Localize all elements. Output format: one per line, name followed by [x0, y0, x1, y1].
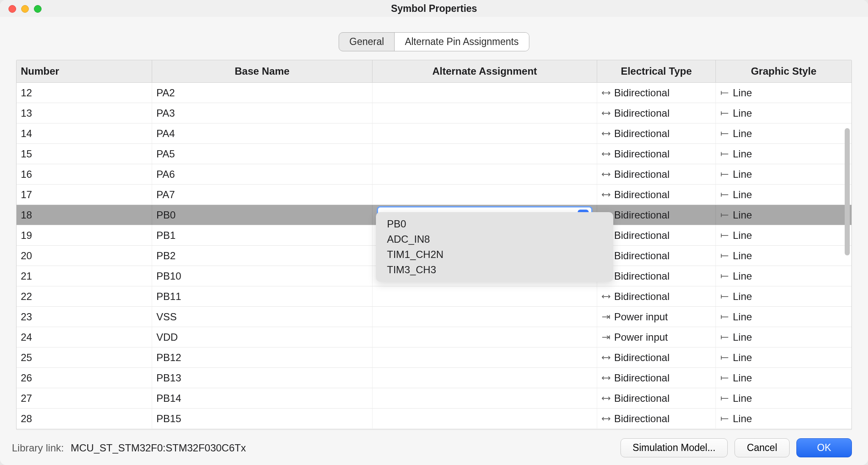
cell-electrical-type[interactable]: Bidirectional — [597, 144, 716, 164]
cell-graphic-style[interactable]: Line — [716, 123, 851, 143]
table-row[interactable]: 22 PB11 Bidirectional Line — [17, 286, 851, 307]
cell-electrical-type[interactable]: Bidirectional — [597, 368, 716, 388]
cell-alt-assignment[interactable] — [373, 144, 597, 164]
cancel-button[interactable]: Cancel — [734, 438, 790, 457]
cell-alt-assignment[interactable] — [373, 185, 597, 204]
cell-alt-assignment[interactable] — [373, 388, 597, 408]
table-row[interactable]: 14 PA4 Bidirectional Line — [17, 123, 851, 144]
cell-electrical-type[interactable]: Bidirectional — [597, 347, 716, 367]
cell-electrical-type[interactable]: Bidirectional — [597, 164, 716, 184]
cell-alt-assignment[interactable] — [373, 123, 597, 143]
cell-electrical-type[interactable]: Bidirectional — [597, 205, 716, 225]
cell-base-name[interactable]: PA3 — [152, 103, 373, 123]
tab-alternate-pin-assignments[interactable]: Alternate Pin Assignments — [394, 33, 529, 51]
col-header-alt-assignment[interactable]: Alternate Assignment — [373, 60, 597, 82]
cell-graphic-style[interactable]: Line — [716, 83, 851, 103]
cell-base-name[interactable]: PB2 — [152, 246, 373, 266]
cell-graphic-style[interactable]: Line — [716, 388, 851, 408]
dropdown-option[interactable]: ADC_IN8 — [376, 232, 613, 247]
simulation-model-button[interactable]: Simulation Model... — [620, 438, 728, 457]
cell-number[interactable]: 23 — [17, 307, 152, 327]
col-header-base-name[interactable]: Base Name — [152, 60, 373, 82]
cell-electrical-type[interactable]: Bidirectional — [597, 185, 716, 204]
cell-number[interactable]: 18 — [17, 205, 152, 225]
dropdown-option[interactable]: PB0 — [376, 216, 613, 232]
cell-number[interactable]: 20 — [17, 246, 152, 266]
cell-number[interactable]: 14 — [17, 123, 152, 143]
cell-base-name[interactable]: VSS — [152, 307, 373, 327]
cell-electrical-type[interactable]: Bidirectional — [597, 83, 716, 103]
vertical-scrollbar[interactable] — [845, 128, 850, 255]
table-row[interactable]: 16 PA6 Bidirectional Line — [17, 164, 851, 185]
cell-graphic-style[interactable]: Line — [716, 368, 851, 388]
cell-number[interactable]: 12 — [17, 83, 152, 103]
cell-electrical-type[interactable]: Bidirectional — [597, 246, 716, 266]
cell-base-name[interactable]: PB10 — [152, 266, 373, 286]
table-row[interactable]: 13 PA3 Bidirectional Line — [17, 103, 851, 123]
cell-number[interactable]: 26 — [17, 368, 152, 388]
cell-base-name[interactable]: PB12 — [152, 347, 373, 367]
cell-alt-assignment[interactable] — [373, 347, 597, 367]
cell-electrical-type[interactable]: Bidirectional — [597, 103, 716, 123]
cell-base-name[interactable]: PA5 — [152, 144, 373, 164]
cell-electrical-type[interactable]: Bidirectional — [597, 388, 716, 408]
cell-base-name[interactable]: PB13 — [152, 368, 373, 388]
cell-electrical-type[interactable]: Bidirectional — [597, 286, 716, 306]
cell-number[interactable]: 15 — [17, 144, 152, 164]
cell-electrical-type[interactable]: Bidirectional — [597, 225, 716, 245]
cell-number[interactable]: 16 — [17, 164, 152, 184]
cell-base-name[interactable]: PA6 — [152, 164, 373, 184]
cell-graphic-style[interactable]: Line — [716, 246, 851, 266]
cell-alt-assignment[interactable] — [373, 286, 597, 306]
col-header-number[interactable]: Number — [17, 60, 152, 82]
cell-electrical-type[interactable]: Power input — [597, 307, 716, 327]
table-row[interactable]: 27 PB14 Bidirectional Line — [17, 388, 851, 409]
alt-assignment-dropdown[interactable]: PB0ADC_IN8TIM1_CH2NTIM3_CH3 — [376, 212, 613, 282]
cell-electrical-type[interactable]: Power input — [597, 327, 716, 347]
cell-electrical-type[interactable]: Bidirectional — [597, 266, 716, 286]
cell-alt-assignment[interactable] — [373, 409, 597, 429]
cell-number[interactable]: 27 — [17, 388, 152, 408]
cell-electrical-type[interactable]: Bidirectional — [597, 123, 716, 143]
cell-alt-assignment[interactable] — [373, 83, 597, 103]
close-window-button[interactable] — [8, 5, 16, 13]
pin-table[interactable]: Number Base Name Alternate Assignment El… — [17, 60, 851, 429]
cell-number[interactable]: 25 — [17, 347, 152, 367]
cell-base-name[interactable]: PA2 — [152, 83, 373, 103]
table-row[interactable]: 15 PA5 Bidirectional Line — [17, 144, 851, 164]
cell-base-name[interactable]: PB14 — [152, 388, 373, 408]
cell-base-name[interactable]: PA4 — [152, 123, 373, 143]
cell-number[interactable]: 24 — [17, 327, 152, 347]
table-row[interactable]: 28 PB15 Bidirectional Line — [17, 409, 851, 429]
cell-graphic-style[interactable]: Line — [716, 164, 851, 184]
table-row[interactable]: 12 PA2 Bidirectional Line — [17, 83, 851, 103]
cell-graphic-style[interactable]: Line — [716, 103, 851, 123]
cell-base-name[interactable]: PB15 — [152, 409, 373, 429]
cell-alt-assignment[interactable] — [373, 307, 597, 327]
cell-number[interactable]: 17 — [17, 185, 152, 204]
cell-graphic-style[interactable]: Line — [716, 205, 851, 225]
cell-graphic-style[interactable]: Line — [716, 225, 851, 245]
cell-base-name[interactable]: PB0 — [152, 205, 373, 225]
cell-number[interactable]: 19 — [17, 225, 152, 245]
cell-graphic-style[interactable]: Line — [716, 185, 851, 204]
table-row[interactable]: 23 VSS Power input Line — [17, 307, 851, 327]
dropdown-option[interactable]: TIM1_CH2N — [376, 247, 613, 262]
minimize-window-button[interactable] — [21, 5, 29, 13]
col-header-electrical-type[interactable]: Electrical Type — [597, 60, 716, 82]
table-row[interactable]: 17 PA7 Bidirectional Line — [17, 185, 851, 205]
cell-graphic-style[interactable]: Line — [716, 144, 851, 164]
ok-button[interactable]: OK — [796, 438, 852, 457]
table-row[interactable]: 26 PB13 Bidirectional Line — [17, 368, 851, 388]
table-row[interactable]: 25 PB12 Bidirectional Line — [17, 347, 851, 368]
cell-electrical-type[interactable]: Bidirectional — [597, 409, 716, 429]
cell-base-name[interactable]: PA7 — [152, 185, 373, 204]
cell-number[interactable]: 28 — [17, 409, 152, 429]
cell-number[interactable]: 13 — [17, 103, 152, 123]
table-row[interactable]: 24 VDD Power input Line — [17, 327, 851, 347]
tab-general[interactable]: General — [339, 33, 394, 51]
col-header-graphic-style[interactable]: Graphic Style — [716, 60, 851, 82]
cell-graphic-style[interactable]: Line — [716, 409, 851, 429]
cell-graphic-style[interactable]: Line — [716, 307, 851, 327]
cell-graphic-style[interactable]: Line — [716, 347, 851, 367]
